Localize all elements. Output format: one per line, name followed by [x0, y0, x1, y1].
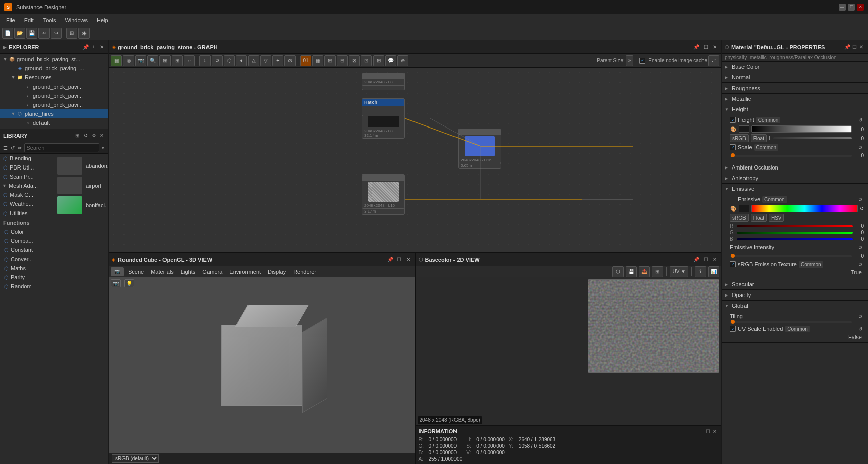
viewport-2d-pin[interactable]: 📌	[693, 256, 700, 263]
lib-filter-btn[interactable]: ☰	[2, 144, 9, 151]
enable-cache-check[interactable]: ✓	[639, 58, 645, 64]
vp2d-info-btn[interactable]: ℹ	[695, 266, 706, 277]
graph-tb-16[interactable]: 01	[300, 55, 311, 66]
maximize-button[interactable]: ☐	[848, 4, 855, 11]
menu-edit[interactable]: Edit	[20, 16, 38, 24]
prop-section-anisotropy-header[interactable]: ▶ Anisotropy	[722, 173, 868, 183]
prop-section-metallic-header[interactable]: ▶ Metallic	[722, 94, 868, 104]
tb-new[interactable]: 📄	[2, 28, 13, 39]
vp3d-menu-environment[interactable]: Environment	[226, 268, 264, 276]
node-hatch[interactable]: Hatch	[362, 98, 405, 116]
lib-item-abandon[interactable]: abandon...	[55, 156, 106, 176]
lib-cat-compat[interactable]: ⬡ Compa...	[0, 236, 53, 245]
graph-tb-2[interactable]: ◎	[123, 55, 134, 66]
lib-cat-pbr[interactable]: ⬡ PBR Uti...	[0, 163, 53, 172]
scale-reset[interactable]: ↺	[857, 144, 864, 151]
explorer-add[interactable]: +	[90, 44, 97, 51]
graph-tb-21[interactable]: ⊡	[361, 55, 372, 66]
height-float-btn[interactable]: Float	[751, 134, 767, 142]
graph-tb-23[interactable]: 💬	[385, 55, 396, 66]
graph-tb-11[interactable]: ♦	[236, 55, 247, 66]
graph-tb-3[interactable]: 📷	[135, 55, 146, 66]
prop-section-global-header[interactable]: ▼ Global	[722, 301, 868, 311]
scale-slider[interactable]	[730, 155, 852, 157]
props-close[interactable]: ✕	[858, 44, 865, 51]
lib-refresh-btn[interactable]: ↺	[10, 144, 16, 151]
lib-item-bonifaci[interactable]: bonifaci...	[55, 195, 106, 215]
height-checkbox[interactable]: ✓	[730, 117, 736, 123]
prop-section-ao-header[interactable]: ▶ Ambient Occlusion	[722, 162, 868, 173]
lib-cat-scan[interactable]: ⬡ Scan Pr...	[0, 172, 53, 181]
vp3d-menu-materials[interactable]: Materials	[148, 268, 177, 276]
vp3d-menu-display[interactable]: Display	[265, 268, 289, 276]
prop-section-emissive-header[interactable]: ▼ Emissive	[722, 184, 868, 194]
graph-close[interactable]: ✕	[711, 44, 718, 51]
lib-item-airport[interactable]: airport	[55, 176, 106, 195]
prop-section-normal-header[interactable]: ▶ Normal	[722, 72, 868, 82]
emissive-float-btn[interactable]: Float	[751, 214, 767, 222]
lib-edit-btn[interactable]: ✏	[17, 144, 23, 151]
lib-cat-convert[interactable]: ⬡ Conver...	[0, 255, 53, 264]
tb-save[interactable]: 💾	[26, 28, 37, 39]
graph-tb-14[interactable]: ✦	[272, 55, 283, 66]
uv-scale-checkbox[interactable]: ✓	[730, 326, 736, 332]
emissive-picker[interactable]: 🎨	[730, 205, 737, 212]
graph-tb-13[interactable]: ▽	[260, 55, 271, 66]
tree-item[interactable]: ◈ ground_brick_paving_...	[0, 64, 108, 73]
explorer-close[interactable]: ✕	[98, 44, 105, 51]
vp2d-btn-2[interactable]: 💾	[626, 266, 637, 277]
tb-open[interactable]: 📂	[14, 28, 25, 39]
parent-size-input[interactable]: »	[626, 55, 634, 66]
prop-section-opacity-header[interactable]: ▶ Opacity	[722, 290, 868, 300]
explorer-pin[interactable]: 📌	[82, 44, 89, 51]
node-last[interactable]: 2048x2048 - L16	[362, 174, 405, 209]
vp3d-menu-scene[interactable]: Scene	[125, 268, 147, 276]
graph-tb-search[interactable]: 🔍	[147, 55, 158, 66]
props-pin[interactable]: 📌	[844, 44, 851, 51]
viewport-3d-canvas[interactable]: 📷 💡	[109, 277, 415, 453]
graph-tb-last[interactable]: ⇌	[708, 55, 719, 66]
lib-cat-color[interactable]: ⬡ Color	[0, 227, 53, 236]
lib-cat-mesh[interactable]: ▼ Mesh Ada...	[0, 181, 53, 190]
lib-cat-maths[interactable]: ⬡ Maths	[0, 264, 53, 273]
lib-cat-constant[interactable]: ⬡ Constant	[0, 245, 53, 255]
menu-tools[interactable]: Tools	[39, 16, 60, 24]
node-6[interactable]: 2048x2048 - L8	[362, 73, 405, 86]
graph-tb-20[interactable]: ⊠	[349, 55, 360, 66]
viewport-2d-close[interactable]: ✕	[711, 256, 718, 263]
menu-help[interactable]: Help	[93, 16, 112, 24]
graph-tb-12[interactable]: △	[248, 55, 259, 66]
vp3d-menu-camera[interactable]: Camera	[199, 268, 225, 276]
graph-tb-9[interactable]: ↺	[212, 55, 223, 66]
graph-tb-24[interactable]: ⊕	[397, 55, 408, 66]
tb-view[interactable]: ⊞	[66, 28, 77, 39]
prop-section-base-color-header[interactable]: ▶ Base Color	[722, 62, 868, 72]
library-refresh[interactable]: ↺	[82, 132, 89, 139]
height-gradient[interactable]	[751, 125, 852, 133]
tree-item[interactable]: ▪ ground_brick_pavi...	[0, 100, 108, 109]
height-srgb-btn[interactable]: sRGB	[730, 134, 749, 142]
viewport-3d-maximize[interactable]: ☐	[396, 256, 403, 263]
library-grid-view[interactable]: ⊞	[74, 132, 81, 139]
graph-tb-18[interactable]: ⊞	[324, 55, 336, 66]
vp3d-cam-btn[interactable]: 📷	[111, 267, 124, 276]
rgb-bar-g[interactable]	[737, 232, 853, 234]
lib-expand-btn[interactable]: »	[100, 144, 107, 151]
graph-tb-6[interactable]: ⊞	[172, 55, 183, 66]
intensity-reset[interactable]: ↺	[857, 244, 864, 251]
viewport-light-icon[interactable]: 💡	[124, 279, 134, 287]
viewport-3d-close[interactable]: ✕	[405, 256, 412, 263]
node-final[interactable]: 2048x2048 - C16	[458, 129, 501, 163]
emissive-reset[interactable]: ↺	[857, 196, 864, 203]
srgb-emission-checkbox[interactable]: ✓	[730, 261, 736, 267]
vp2d-btn-3[interactable]: 📤	[639, 266, 650, 277]
vp2d-uv-btn[interactable]: UV ▼	[670, 266, 688, 277]
viewport-2d-canvas[interactable]: 2048 x 2048 (RGBA, 8bpc)	[416, 277, 722, 425]
emissive-srgb-btn[interactable]: sRGB	[730, 214, 749, 222]
scale-checkbox[interactable]: ✓	[730, 144, 736, 150]
close-button[interactable]: ✕	[857, 4, 864, 11]
tree-item[interactable]: ▪ ground_brick_pavi...	[0, 82, 108, 91]
minimize-button[interactable]: —	[839, 4, 846, 11]
props-maximize[interactable]: ☐	[851, 44, 858, 51]
vp2d-btn-1[interactable]: ⬡	[612, 266, 624, 277]
